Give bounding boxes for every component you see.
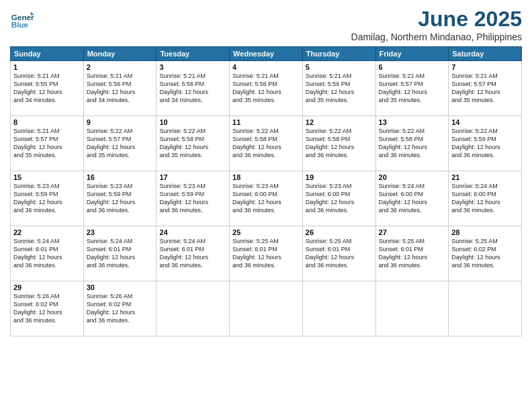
day-16: 16 Sunrise: 5:23 AMSunset: 5:59 PMDaylig… xyxy=(83,171,157,226)
day-27: 27 Sunrise: 5:25 AMSunset: 6:01 PMDaylig… xyxy=(375,226,449,281)
day-11: 11 Sunrise: 5:22 AMSunset: 5:58 PMDaylig… xyxy=(230,116,303,171)
day-19: 19 Sunrise: 5:23 AMSunset: 6:00 PMDaylig… xyxy=(302,171,375,226)
day-29: 29 Sunrise: 5:26 AMSunset: 6:02 PMDaylig… xyxy=(11,281,84,336)
day-1: 1 Sunrise: 5:21 AMSunset: 5:55 PMDayligh… xyxy=(11,61,84,116)
day-7: 7 Sunrise: 5:21 AMSunset: 5:57 PMDayligh… xyxy=(449,61,522,116)
day-20: 20 Sunrise: 5:24 AMSunset: 6:00 PMDaylig… xyxy=(375,171,449,226)
day-5: 5 Sunrise: 5:21 AMSunset: 5:56 PMDayligh… xyxy=(302,61,375,116)
col-wednesday: Wednesday xyxy=(230,47,303,61)
day-17: 17 Sunrise: 5:23 AMSunset: 5:59 PMDaylig… xyxy=(157,171,230,226)
day-15: 15 Sunrise: 5:23 AMSunset: 5:59 PMDaylig… xyxy=(11,171,84,226)
week-row-1: 1 Sunrise: 5:21 AMSunset: 5:55 PMDayligh… xyxy=(11,61,522,116)
day-empty-2 xyxy=(230,281,303,336)
day-empty-1 xyxy=(157,281,230,336)
day-9: 9 Sunrise: 5:22 AMSunset: 5:57 PMDayligh… xyxy=(83,116,157,171)
week-row-4: 22 Sunrise: 5:24 AMSunset: 6:01 PMDaylig… xyxy=(11,226,522,281)
week-row-2: 8 Sunrise: 5:21 AMSunset: 5:57 PMDayligh… xyxy=(11,116,522,171)
day-3: 3 Sunrise: 5:21 AMSunset: 5:56 PMDayligh… xyxy=(157,61,230,116)
day-25: 25 Sunrise: 5:25 AMSunset: 6:01 PMDaylig… xyxy=(230,226,303,281)
day-empty-3 xyxy=(302,281,375,336)
day-13: 13 Sunrise: 5:22 AMSunset: 5:58 PMDaylig… xyxy=(375,116,449,171)
col-sunday: Sunday xyxy=(11,47,84,61)
day-8: 8 Sunrise: 5:21 AMSunset: 5:57 PMDayligh… xyxy=(11,116,84,171)
day-6: 6 Sunrise: 5:21 AMSunset: 5:57 PMDayligh… xyxy=(375,61,449,116)
day-10: 10 Sunrise: 5:22 AMSunset: 5:58 PMDaylig… xyxy=(157,116,230,171)
col-friday: Friday xyxy=(375,47,449,61)
day-empty-4 xyxy=(375,281,449,336)
col-monday: Monday xyxy=(83,47,157,61)
calendar: Sunday Monday Tuesday Wednesday Thursday… xyxy=(10,46,522,336)
col-saturday: Saturday xyxy=(449,47,522,61)
page: General Blue June 2025 Damilag, Northern… xyxy=(0,0,532,411)
day-4: 4 Sunrise: 5:21 AMSunset: 5:56 PMDayligh… xyxy=(230,61,303,116)
month-title: June 2025 xyxy=(351,7,522,32)
day-23: 23 Sunrise: 5:24 AMSunset: 6:01 PMDaylig… xyxy=(83,226,157,281)
logo-icon: General Blue xyxy=(10,7,34,31)
svg-text:Blue: Blue xyxy=(11,20,29,29)
day-2: 2 Sunrise: 5:21 AMSunset: 5:56 PMDayligh… xyxy=(83,61,157,116)
day-empty-5 xyxy=(449,281,522,336)
day-30: 30 Sunrise: 5:26 AMSunset: 6:02 PMDaylig… xyxy=(83,281,157,336)
day-24: 24 Sunrise: 5:24 AMSunset: 6:01 PMDaylig… xyxy=(157,226,230,281)
day-14: 14 Sunrise: 5:22 AMSunset: 5:59 PMDaylig… xyxy=(449,116,522,171)
day-26: 26 Sunrise: 5:25 AMSunset: 6:01 PMDaylig… xyxy=(302,226,375,281)
day-28: 28 Sunrise: 5:25 AMSunset: 6:02 PMDaylig… xyxy=(449,226,522,281)
subtitle: Damilag, Northern Mindanao, Philippines xyxy=(351,32,522,42)
week-row-5: 29 Sunrise: 5:26 AMSunset: 6:02 PMDaylig… xyxy=(11,281,522,336)
day-12: 12 Sunrise: 5:22 AMSunset: 5:58 PMDaylig… xyxy=(302,116,375,171)
week-row-3: 15 Sunrise: 5:23 AMSunset: 5:59 PMDaylig… xyxy=(11,171,522,226)
col-thursday: Thursday xyxy=(302,47,375,61)
header: General Blue June 2025 Damilag, Northern… xyxy=(10,7,522,42)
logo: General Blue xyxy=(10,7,34,31)
day-21: 21 Sunrise: 5:24 AMSunset: 6:00 PMDaylig… xyxy=(449,171,522,226)
day-22: 22 Sunrise: 5:24 AMSunset: 6:01 PMDaylig… xyxy=(11,226,84,281)
col-tuesday: Tuesday xyxy=(157,47,230,61)
day-18: 18 Sunrise: 5:23 AMSunset: 6:00 PMDaylig… xyxy=(230,171,303,226)
title-block: June 2025 Damilag, Northern Mindanao, Ph… xyxy=(351,7,522,42)
